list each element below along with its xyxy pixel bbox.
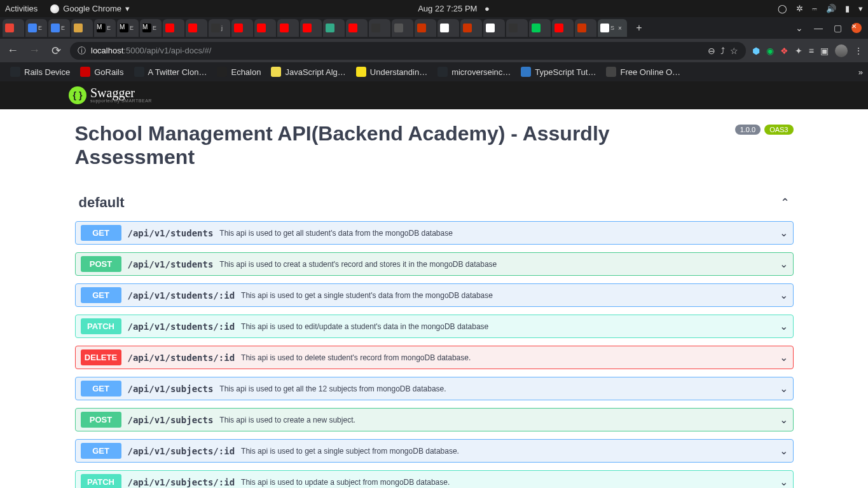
close-icon[interactable]: ×: [618, 25, 622, 32]
chevron-down-icon[interactable]: ⌄: [780, 383, 788, 395]
bookmark-item[interactable]: JavaScript Alg…: [266, 67, 350, 77]
chevron-down-icon[interactable]: ⌄: [780, 476, 788, 488]
operation-row[interactable]: GET/api/v1/subjects/:idThis api is used …: [75, 439, 794, 463]
method-badge: GET: [81, 443, 121, 459]
tab-pinned[interactable]: [277, 19, 299, 37]
endpoint-path: /api/v1/subjects/:id: [128, 477, 235, 487]
section-toggle-default[interactable]: default ⌃: [75, 188, 794, 217]
settings-tray-icon[interactable]: ✲: [796, 4, 803, 13]
url-host: localhost: [91, 46, 123, 55]
tab-pinned[interactable]: E: [48, 19, 70, 37]
reading-list-icon[interactable]: ≡: [809, 46, 814, 56]
zoom-icon[interactable]: ⊖: [708, 46, 715, 56]
section-title: default: [79, 194, 125, 211]
chevron-down-icon[interactable]: ⌄: [780, 445, 788, 457]
extensions-menu-icon[interactable]: ✦: [795, 46, 803, 56]
tab-pinned[interactable]: ME: [140, 19, 162, 37]
tab-pinned[interactable]: [323, 19, 345, 37]
power-caret-icon[interactable]: ▾: [858, 4, 863, 13]
bookmark-item[interactable]: GoRails: [75, 67, 128, 77]
tab-pinned[interactable]: [231, 19, 253, 37]
chevron-down-icon[interactable]: ⌄: [780, 289, 788, 301]
share-icon[interactable]: ⤴: [720, 46, 725, 56]
site-info-icon[interactable]: ⓘ: [78, 45, 86, 57]
method-badge: PATCH: [81, 318, 121, 334]
operation-row[interactable]: GET/api/v1/studentsThis api is used to g…: [75, 221, 794, 245]
operation-row[interactable]: PATCH/api/v1/subjects/:idThis api is use…: [75, 470, 794, 488]
operation-row[interactable]: POST/api/v1/subjectsThis api is used to …: [75, 408, 794, 431]
tab-pinned[interactable]: [575, 19, 596, 37]
bookmark-star-icon[interactable]: ☆: [730, 46, 738, 56]
bookmark-item[interactable]: Free Online O…: [601, 67, 685, 77]
tab-pinned[interactable]: [460, 19, 482, 37]
extension-icon[interactable]: ❖: [780, 46, 789, 56]
tab-pinned[interactable]: [552, 19, 574, 37]
profile-avatar[interactable]: [835, 44, 848, 57]
app-menu[interactable]: Google Chrome ▾: [50, 4, 130, 13]
tab-pinned[interactable]: [71, 19, 93, 37]
bookmark-favicon: [271, 67, 281, 77]
bookmark-item[interactable]: TypeScript Tut…: [516, 67, 601, 77]
activities-button[interactable]: Activities: [5, 4, 38, 13]
bookmark-item[interactable]: A Twitter Clon…: [129, 67, 212, 77]
clock[interactable]: Aug 22 7:25 PM ●: [130, 4, 778, 13]
close-window-button[interactable]: ✕: [848, 19, 865, 37]
whatsapp-tray-icon[interactable]: ◯: [778, 4, 787, 13]
battery-icon[interactable]: ▮: [845, 4, 850, 13]
tab-pinned[interactable]: [346, 19, 368, 37]
network-icon[interactable]: ⎓: [812, 4, 817, 13]
operation-row[interactable]: GET/api/v1/subjectsThis api is used to g…: [75, 377, 794, 400]
chevron-down-icon[interactable]: ⌄: [780, 320, 788, 332]
tab-pinned[interactable]: ME: [117, 19, 139, 37]
tab-pinned[interactable]: ME: [94, 19, 116, 37]
sidepanel-icon[interactable]: ▣: [820, 46, 829, 56]
back-button[interactable]: ←: [5, 44, 20, 57]
swagger-subtitle: supported by SMARTBEAR: [90, 98, 152, 103]
tab-pinned[interactable]: [3, 19, 24, 37]
new-tab-button[interactable]: +: [631, 20, 647, 36]
tab-pinned[interactable]: j: [209, 19, 230, 37]
volume-icon[interactable]: 🔊: [826, 4, 836, 13]
endpoint-path: /api/v1/students/:id: [128, 290, 235, 301]
reload-button[interactable]: ⟳: [48, 44, 64, 58]
bookmark-item[interactable]: microverseinc…: [432, 67, 516, 77]
address-bar[interactable]: ⓘ localhost:5000/api/v1/api-docs/#/ ⊖ ⤴ …: [70, 42, 746, 60]
tab-pinned[interactable]: [392, 19, 413, 37]
chevron-down-icon[interactable]: ⌄: [780, 227, 788, 239]
tab-pinned[interactable]: [437, 19, 459, 37]
swagger-main: School Management API(Backend Academy) -…: [0, 109, 868, 488]
tab-pinned[interactable]: [529, 19, 551, 37]
chevron-down-icon[interactable]: ⌄: [780, 258, 788, 270]
bookmark-item[interactable]: Rails Device: [5, 67, 75, 77]
tab-search-icon[interactable]: ⌄: [790, 19, 808, 37]
operation-row[interactable]: DELETE/api/v1/students/:idThis api is us…: [75, 346, 794, 369]
tab-pinned[interactable]: [506, 19, 528, 37]
maximize-button[interactable]: ▢: [829, 19, 846, 37]
tab-pinned[interactable]: [300, 19, 322, 37]
chevron-down-icon[interactable]: ⌄: [780, 414, 788, 426]
operation-row[interactable]: POST/api/v1/studentsThis api is used to …: [75, 252, 794, 276]
bookmarks-overflow-icon[interactable]: »: [858, 67, 863, 77]
tab-pinned[interactable]: E: [25, 19, 47, 37]
operation-row[interactable]: GET/api/v1/students/:idThis api is used …: [75, 283, 794, 307]
swagger-logo: { } Swagger supported by SMARTBEAR: [69, 86, 152, 105]
datetime-text: Aug 22 7:25 PM: [418, 4, 477, 13]
extension-icon[interactable]: ⬢: [752, 46, 760, 56]
tab-pinned[interactable]: [254, 19, 276, 37]
tab-pinned[interactable]: [415, 19, 436, 37]
version-badge: 1.0.0: [735, 125, 761, 135]
tab-pinned[interactable]: [369, 19, 390, 37]
tab-pinned[interactable]: [163, 19, 184, 37]
tab-active[interactable]: S×: [598, 19, 627, 37]
operation-row[interactable]: PATCH/api/v1/students/:idThis api is use…: [75, 315, 794, 338]
extension-icon[interactable]: ◉: [766, 46, 774, 56]
bookmark-item[interactable]: Echalon: [212, 67, 266, 77]
tab-pinned[interactable]: [186, 19, 207, 37]
method-badge: GET: [81, 287, 121, 303]
chevron-down-icon[interactable]: ⌄: [780, 351, 788, 363]
menu-icon[interactable]: ⋮: [854, 46, 863, 56]
bookmark-label: Rails Device: [24, 67, 70, 77]
tab-pinned[interactable]: [483, 19, 505, 37]
bookmark-item[interactable]: Understandin…: [351, 67, 432, 77]
minimize-button[interactable]: —: [809, 19, 827, 37]
